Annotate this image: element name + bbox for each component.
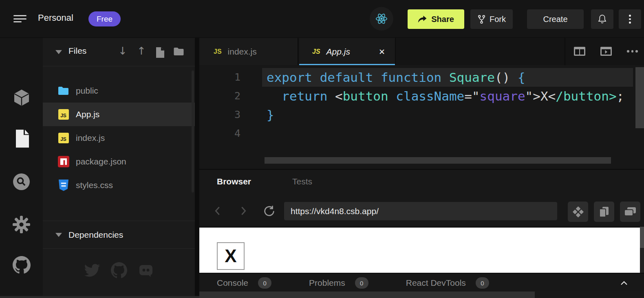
problems-count-badge: 0 <box>355 277 368 289</box>
file-name: index.js <box>76 133 105 143</box>
codesandbox-app: Personal Free Share <box>0 0 644 298</box>
code-line: 2 return <button className="square">X</b… <box>199 87 644 105</box>
line-number: 4 <box>199 124 240 143</box>
github-icon[interactable] <box>111 262 127 278</box>
folder-icon <box>57 86 69 96</box>
editor-tab-bar: JS index.js JS App.js ✕ <box>199 38 644 65</box>
editor-more-icon[interactable] <box>627 50 638 53</box>
settings-gear-icon[interactable] <box>0 215 43 234</box>
console-tab[interactable]: Console <box>217 278 248 288</box>
tab-label: index.js <box>228 47 257 57</box>
code-editor[interactable]: 1 export default function Square() { 2 r… <box>199 65 644 169</box>
tab-browser[interactable]: Browser <box>217 177 251 186</box>
menu-icon[interactable] <box>13 15 26 23</box>
files-section-header[interactable]: Files ↓ ↑ <box>43 38 195 66</box>
dependencies-section-header[interactable]: Dependencies <box>43 221 195 249</box>
discord-icon[interactable] <box>138 262 154 278</box>
tab-tests[interactable]: Tests <box>292 177 312 186</box>
dependencies-header-label: Dependencies <box>68 230 123 240</box>
code-line-content: return <button className="square">X</but… <box>262 87 633 105</box>
share-button[interactable]: Share <box>408 9 464 29</box>
back-icon[interactable] <box>213 205 223 218</box>
console-horizontal-scrollbar[interactable] <box>199 291 535 298</box>
file-explorer-panel: Files ↓ ↑ public JS App.js JS <box>43 38 195 298</box>
new-file-icon[interactable] <box>155 47 164 59</box>
chevron-up-icon[interactable] <box>620 281 628 285</box>
more-options-button[interactable] <box>619 9 641 29</box>
create-button-label: Create <box>543 15 567 24</box>
share-arrow-icon <box>418 15 427 23</box>
code-line-content: } <box>262 105 633 124</box>
console-count-badge: 0 <box>258 277 271 289</box>
code-line: 4 <box>199 124 644 143</box>
fork-button-label: Fork <box>490 15 506 24</box>
sandbox-cube-icon[interactable] <box>0 89 43 107</box>
open-in-new-window-button[interactable] <box>620 202 640 222</box>
preview-scrollbar-track[interactable] <box>640 227 644 273</box>
refresh-icon[interactable] <box>263 205 276 219</box>
file-list: public JS App.js JS index.js package.jso… <box>43 67 195 197</box>
open-preview-icon[interactable] <box>600 47 612 57</box>
editor-horizontal-scrollbar[interactable] <box>265 157 611 164</box>
file-name: public <box>76 86 98 96</box>
file-row-styles-css[interactable]: styles.css <box>43 173 195 197</box>
file-row-package-json[interactable]: package.json <box>43 150 195 173</box>
tab-app-js[interactable]: JS App.js ✕ <box>299 38 396 65</box>
twitter-icon[interactable] <box>84 263 100 277</box>
line-number: 2 <box>199 87 240 105</box>
file-name: styles.css <box>76 180 113 190</box>
line-number: 3 <box>199 105 240 124</box>
editor-column: JS index.js JS App.js ✕ 1 export default… <box>199 38 644 298</box>
javascript-file-icon: JS <box>312 48 320 55</box>
react-devtools-tab[interactable]: React DevTools <box>406 278 466 288</box>
preview-scrollbar-thumb[interactable] <box>640 227 644 248</box>
tab-label: App.js <box>326 47 350 57</box>
file-row-public[interactable]: public <box>43 79 195 103</box>
download-icon[interactable]: ↓ <box>118 45 127 57</box>
javascript-file-icon: JS <box>57 109 69 120</box>
file-name: package.json <box>76 157 126 167</box>
file-row-app-js[interactable]: JS App.js <box>43 103 195 126</box>
preview-actions-button[interactable] <box>568 202 588 222</box>
new-folder-icon[interactable] <box>173 47 184 58</box>
status-bar: Console 0 Problems 0 React DevTools 0 <box>199 273 644 292</box>
create-button[interactable]: Create <box>527 9 584 29</box>
css-icon <box>57 179 69 191</box>
line-number: 1 <box>199 68 240 87</box>
fork-button[interactable]: Fork <box>470 9 513 29</box>
tab-bar-divider <box>565 38 565 65</box>
github-icon[interactable] <box>0 256 43 274</box>
top-bar: Personal Free Share <box>0 0 644 38</box>
notifications-button[interactable] <box>591 9 613 29</box>
code-line: 1 export default function Square() { <box>199 68 644 87</box>
share-button-label: Share <box>431 15 454 24</box>
editor-vertical-scrollbar[interactable] <box>635 67 644 128</box>
tab-index-js[interactable]: JS index.js <box>199 38 298 65</box>
copy-preview-button[interactable] <box>594 202 614 222</box>
javascript-file-icon: JS <box>57 133 69 143</box>
plan-badge: Free <box>88 11 121 26</box>
explorer-scrollbar[interactable] <box>192 70 194 193</box>
social-links <box>43 262 195 278</box>
square-x-button[interactable]: X <box>217 242 245 270</box>
browser-preview: X <box>199 227 640 273</box>
file-row-index-js[interactable]: JS index.js <box>43 126 195 150</box>
code-line-content <box>262 124 633 143</box>
upload-icon[interactable]: ↑ <box>137 45 146 57</box>
forward-icon[interactable] <box>238 205 248 218</box>
react-logo-icon <box>370 7 393 31</box>
split-view-icon[interactable] <box>574 47 585 57</box>
files-header-label: Files <box>68 46 86 56</box>
copy-icon <box>598 206 610 218</box>
fork-icon <box>477 15 486 24</box>
chevron-down-icon <box>55 50 62 54</box>
files-explorer-icon[interactable] <box>0 129 43 148</box>
chevron-down-icon <box>55 233 62 237</box>
bottom-strip <box>535 291 644 298</box>
workspace-name[interactable]: Personal <box>38 13 73 23</box>
url-input[interactable]: https://vkd4n8.csb.app/ <box>284 202 557 220</box>
problems-tab[interactable]: Problems <box>309 278 345 288</box>
close-icon[interactable]: ✕ <box>379 47 385 56</box>
search-icon[interactable] <box>0 173 43 191</box>
browser-panel: Browser Tests https://vkd4n8.csb.app/ <box>199 169 644 298</box>
